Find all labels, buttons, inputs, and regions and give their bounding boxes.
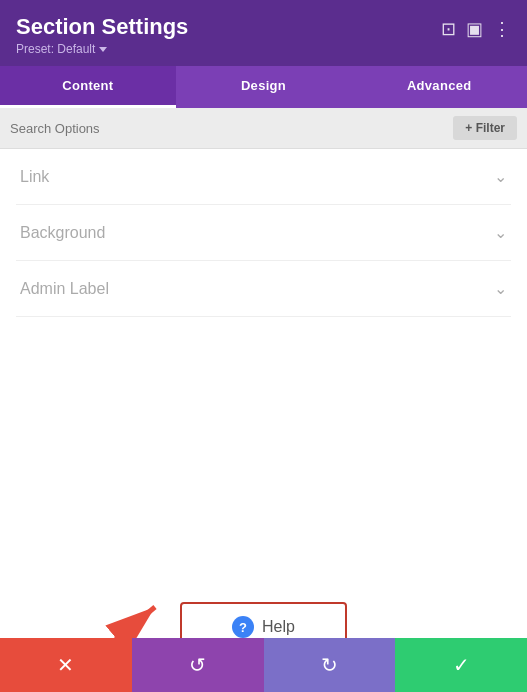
responsive-icon[interactable]: ⊡: [441, 18, 456, 40]
cancel-button[interactable]: ✕: [0, 638, 132, 692]
redo-button[interactable]: ↻: [264, 638, 396, 692]
header-left: Section Settings Preset: Default: [16, 14, 188, 56]
tab-bar: Content Design Advanced: [0, 66, 527, 108]
search-input[interactable]: [10, 121, 445, 136]
settings-icon[interactable]: ▣: [466, 18, 483, 40]
chevron-down-icon: ⌄: [494, 167, 507, 186]
save-button[interactable]: ✓: [395, 638, 527, 692]
accordion-background[interactable]: Background ⌄: [16, 205, 511, 261]
help-icon: ?: [232, 616, 254, 638]
undo-button[interactable]: ↺: [132, 638, 264, 692]
accordion-list: Link ⌄ Background ⌄ Admin Label ⌄: [0, 149, 527, 572]
tab-design[interactable]: Design: [176, 66, 352, 108]
accordion-link-label: Link: [20, 168, 49, 186]
accordion-admin-label[interactable]: Admin Label ⌄: [16, 261, 511, 317]
accordion-background-label: Background: [20, 224, 105, 242]
filter-button[interactable]: + Filter: [453, 116, 517, 140]
header: Section Settings Preset: Default ⊡ ▣ ⋮: [0, 0, 527, 66]
preset-selector[interactable]: Preset: Default: [16, 42, 188, 56]
more-icon[interactable]: ⋮: [493, 18, 511, 40]
bottom-bar: ✕ ↺ ↻ ✓: [0, 638, 527, 692]
preset-label: Preset: Default: [16, 42, 95, 56]
main-content: Link ⌄ Background ⌄ Admin Label ⌄ ? Help: [0, 149, 527, 672]
tab-advanced[interactable]: Advanced: [351, 66, 527, 108]
tab-content[interactable]: Content: [0, 66, 176, 108]
page-title: Section Settings: [16, 14, 188, 40]
search-bar: + Filter: [0, 108, 527, 149]
chevron-down-icon: ⌄: [494, 223, 507, 242]
header-actions: ⊡ ▣ ⋮: [441, 18, 511, 40]
accordion-link[interactable]: Link ⌄: [16, 149, 511, 205]
chevron-down-icon: [99, 47, 107, 52]
chevron-down-icon: ⌄: [494, 279, 507, 298]
accordion-admin-label-text: Admin Label: [20, 280, 109, 298]
help-label: Help: [262, 618, 295, 636]
